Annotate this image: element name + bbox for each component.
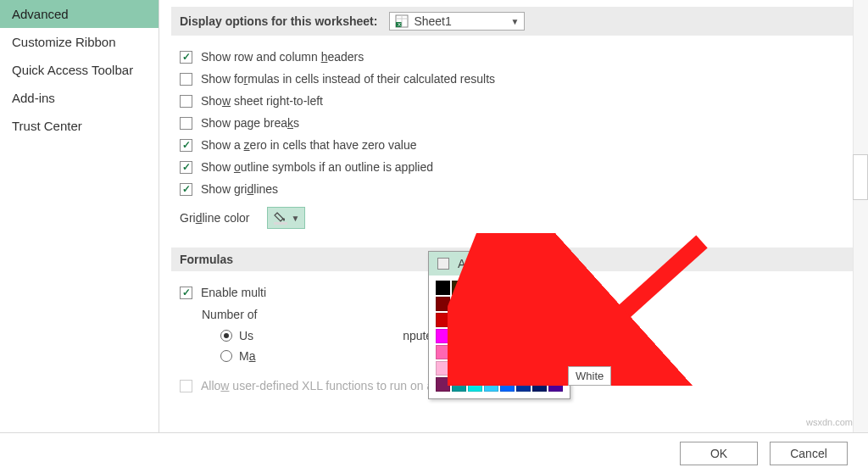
label-gridlines: Show gridlines xyxy=(201,182,278,196)
color-swatch[interactable] xyxy=(532,345,547,359)
color-swatch[interactable] xyxy=(500,281,515,295)
color-swatch[interactable] xyxy=(500,329,515,343)
color-swatch[interactable] xyxy=(436,281,450,295)
color-swatch[interactable] xyxy=(500,313,515,327)
color-swatch[interactable] xyxy=(484,345,498,359)
ok-button[interactable]: OK xyxy=(680,442,758,465)
color-swatch[interactable] xyxy=(516,361,531,376)
color-swatch[interactable] xyxy=(452,345,466,359)
sidebar-item-addins[interactable]: Add-ins xyxy=(0,84,159,112)
color-swatch[interactable] xyxy=(532,313,547,327)
color-swatch[interactable] xyxy=(548,361,563,376)
color-swatch[interactable] xyxy=(548,313,563,327)
color-picker-popup: Automatic xyxy=(428,251,570,399)
color-swatch[interactable] xyxy=(516,345,531,359)
section-display-options: Display options for this worksheet: X Sh… xyxy=(171,7,865,36)
color-swatch[interactable] xyxy=(452,361,466,376)
color-swatch[interactable] xyxy=(548,329,563,343)
color-swatch[interactable] xyxy=(468,345,482,359)
color-swatch[interactable] xyxy=(532,297,547,311)
checkbox-pagebreaks[interactable] xyxy=(180,117,192,130)
color-swatch[interactable] xyxy=(484,329,498,343)
checkbox-outline[interactable] xyxy=(180,161,192,174)
color-swatch[interactable] xyxy=(436,329,450,343)
color-swatch[interactable] xyxy=(516,313,531,327)
color-swatch[interactable] xyxy=(500,377,515,392)
dialog-footer: OK Cancel xyxy=(0,432,868,473)
checkbox-headers[interactable] xyxy=(180,51,192,64)
color-swatch[interactable] xyxy=(436,377,450,392)
color-swatch[interactable] xyxy=(468,361,482,376)
color-swatch[interactable] xyxy=(484,297,498,311)
sidebar-item-customize-ribbon[interactable]: Customize Ribbon xyxy=(0,28,159,56)
color-swatch[interactable] xyxy=(468,281,482,295)
color-swatch[interactable] xyxy=(468,313,482,327)
checkbox-gridlines[interactable] xyxy=(180,183,192,196)
sidebar-item-trust-center[interactable]: Trust Center xyxy=(0,112,159,140)
color-swatch[interactable] xyxy=(484,281,498,295)
options-main: Display options for this worksheet: X Sh… xyxy=(159,0,868,432)
automatic-swatch xyxy=(437,258,449,270)
color-swatch[interactable] xyxy=(532,281,547,295)
chevron-down-icon: ▼ xyxy=(292,214,300,223)
fill-color-icon xyxy=(273,211,288,225)
color-swatch[interactable] xyxy=(548,297,563,311)
color-swatch[interactable] xyxy=(532,361,547,376)
radio-manual[interactable] xyxy=(220,350,232,362)
label-outline: Show outline symbols if an outline is ap… xyxy=(201,160,433,174)
color-swatch[interactable] xyxy=(516,281,531,295)
color-grid xyxy=(429,275,570,398)
color-swatch[interactable] xyxy=(500,345,515,359)
checkbox-allow-xll[interactable] xyxy=(180,380,192,392)
color-swatch[interactable] xyxy=(468,329,482,343)
color-swatch[interactable] xyxy=(548,345,563,359)
color-swatch[interactable] xyxy=(500,297,515,311)
color-swatch[interactable] xyxy=(436,361,450,376)
label-zero: Show a zero in cells that have zero valu… xyxy=(201,138,416,152)
worksheet-name: Sheet1 xyxy=(414,14,451,28)
color-swatch[interactable] xyxy=(500,361,515,376)
color-swatch[interactable] xyxy=(516,329,531,343)
label-gridline-color: Gridline color xyxy=(180,211,250,225)
color-tooltip: White xyxy=(568,366,611,386)
sidebar-item-advanced[interactable]: Advanced xyxy=(0,0,159,28)
label-num-threads: Number of xyxy=(202,308,257,321)
color-swatch[interactable] xyxy=(468,297,482,311)
color-swatch[interactable] xyxy=(452,313,466,327)
checkbox-rtl[interactable] xyxy=(180,95,192,108)
svg-text:X: X xyxy=(398,22,401,27)
color-swatch[interactable] xyxy=(436,345,450,359)
color-swatch[interactable] xyxy=(548,377,563,392)
gridline-color-button[interactable]: ▼ xyxy=(267,207,306,229)
color-swatch[interactable] xyxy=(436,297,450,311)
color-swatch[interactable] xyxy=(532,377,547,392)
checkbox-zero[interactable] xyxy=(180,139,192,152)
checkbox-formulas[interactable] xyxy=(180,73,192,86)
color-swatch[interactable] xyxy=(468,377,482,392)
worksheet-select[interactable]: X Sheet1 ▼ xyxy=(389,12,525,31)
color-swatch[interactable] xyxy=(484,313,498,327)
label-manual: Ma xyxy=(239,349,255,363)
color-swatch[interactable] xyxy=(532,329,547,343)
scrollbar[interactable] xyxy=(853,0,868,432)
sidebar-item-quick-access[interactable]: Quick Access Toolbar xyxy=(0,56,159,84)
color-swatch[interactable] xyxy=(516,297,531,311)
color-swatch[interactable] xyxy=(548,281,563,295)
color-swatch[interactable] xyxy=(484,377,498,392)
color-swatch[interactable] xyxy=(436,313,450,327)
svg-rect-5 xyxy=(274,222,287,225)
label-use-all-prefix: Us xyxy=(239,329,253,342)
chevron-down-icon: ▼ xyxy=(510,17,519,26)
radio-use-all[interactable] xyxy=(220,330,232,342)
cancel-button[interactable]: Cancel xyxy=(770,442,848,465)
scroll-thumb[interactable] xyxy=(853,154,868,200)
color-swatch[interactable] xyxy=(484,361,498,376)
color-swatch[interactable] xyxy=(452,281,466,295)
color-swatch[interactable] xyxy=(452,329,466,343)
color-swatch[interactable] xyxy=(452,297,466,311)
color-swatch[interactable] xyxy=(516,377,531,392)
color-automatic[interactable]: Automatic xyxy=(429,252,570,275)
sheet-icon: X xyxy=(395,14,409,28)
checkbox-enable-multi[interactable] xyxy=(180,287,192,299)
color-swatch[interactable] xyxy=(452,377,466,392)
